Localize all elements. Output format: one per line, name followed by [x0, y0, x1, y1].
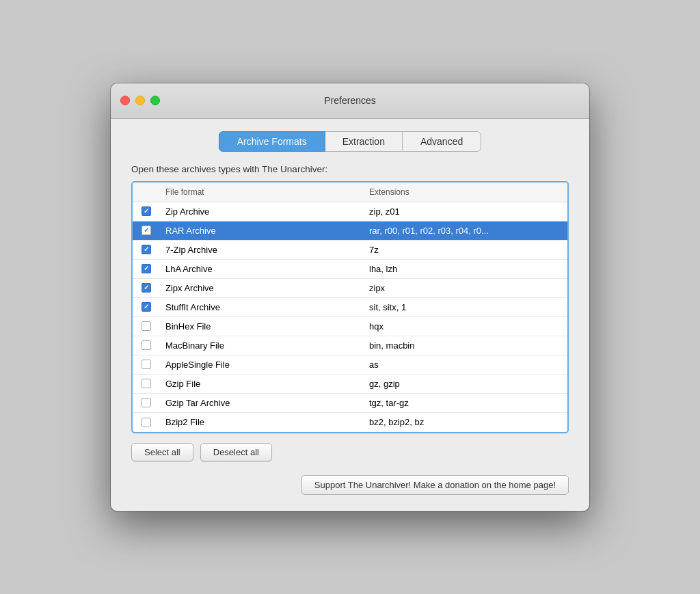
window-title: Preferences — [324, 95, 375, 106]
file-name: Gzip Tar Archive — [160, 395, 364, 411]
deselect-all-button[interactable]: Deselect all — [200, 443, 272, 461]
file-list-container: File format Extensions Zip Archivezip, z… — [131, 181, 569, 433]
file-extensions: zip, z01 — [364, 204, 567, 219]
file-name: RAR Archive — [160, 223, 364, 239]
preferences-window: Preferences Archive Formats Extraction A… — [111, 83, 589, 511]
checkbox-cell — [133, 245, 160, 254]
checkbox-cell — [133, 264, 160, 273]
file-name: StuffIt Archive — [160, 299, 364, 315]
file-extensions: zipx — [364, 280, 567, 296]
file-extensions: 7z — [364, 242, 567, 258]
checkbox-cell — [133, 418, 160, 427]
file-extensions: tgz, tar-gz — [364, 395, 567, 411]
checkbox-cell — [133, 360, 160, 369]
file-extensions: gz, gzip — [364, 376, 567, 392]
table-header: File format Extensions — [133, 183, 567, 202]
checkbox-cell — [133, 226, 160, 235]
file-checkbox[interactable] — [142, 283, 151, 293]
file-name: Gzip File — [160, 376, 364, 392]
table-row[interactable]: Bzip2 Filebz2, bzip2, bz — [133, 413, 567, 432]
tab-archive-formats[interactable]: Archive Formats — [219, 131, 325, 152]
checkbox-cell — [133, 398, 160, 407]
file-checkbox[interactable] — [142, 379, 151, 388]
table-row[interactable]: LhA Archivelha, lzh — [133, 260, 567, 279]
file-extensions: lha, lzh — [364, 261, 567, 277]
tab-bar: Archive Formats Extraction Advanced — [131, 131, 569, 152]
checkbox-cell — [133, 379, 160, 388]
table-row[interactable]: StuffIt Archivesit, sitx, 1 — [133, 298, 567, 317]
file-checkbox[interactable] — [142, 302, 151, 312]
file-name: LhA Archive — [160, 261, 364, 277]
titlebar: Preferences — [111, 83, 589, 119]
file-name: AppleSingle File — [160, 357, 364, 373]
file-name: Zip Archive — [160, 204, 364, 219]
checkbox-cell — [133, 283, 160, 293]
file-checkbox[interactable] — [142, 418, 151, 427]
donation-button[interactable]: Support The Unarchiver! Make a donation … — [301, 475, 569, 495]
file-name: BinHex File — [160, 319, 364, 334]
file-checkbox[interactable] — [142, 245, 151, 254]
tab-advanced[interactable]: Advanced — [402, 131, 481, 152]
table-row[interactable]: Gzip Tar Archivetgz, tar-gz — [133, 394, 567, 413]
file-checkbox[interactable] — [142, 264, 151, 273]
table-row[interactable]: RAR Archiverar, r00, r01, r02, r03, r04,… — [133, 221, 567, 241]
file-extensions: rar, r00, r01, r02, r03, r04, r0... — [364, 223, 567, 239]
file-name: MacBinary File — [160, 338, 364, 353]
file-extensions: sit, sitx, 1 — [364, 299, 567, 315]
table-row[interactable]: Gzip Filegz, gzip — [133, 375, 567, 394]
file-rows: Zip Archivezip, z01RAR Archiverar, r00, … — [133, 202, 567, 432]
file-name: 7-Zip Archive — [160, 242, 364, 258]
table-row[interactable]: Zip Archivezip, z01 — [133, 202, 567, 221]
traffic-lights — [120, 96, 160, 105]
table-row[interactable]: AppleSingle Fileas — [133, 355, 567, 375]
file-checkbox[interactable] — [142, 398, 151, 407]
action-buttons: Select all Deselect all — [131, 443, 569, 461]
select-all-button[interactable]: Select all — [131, 443, 193, 461]
header-checkbox-col — [133, 185, 160, 199]
table-row[interactable]: Zipx Archivezipx — [133, 279, 567, 298]
file-extensions: hqx — [364, 319, 567, 334]
checkbox-cell — [133, 321, 160, 331]
description-text: Open these archives types with The Unarc… — [131, 164, 569, 174]
checkbox-cell — [133, 302, 160, 312]
file-extensions: bin, macbin — [364, 338, 567, 353]
file-name: Bzip2 File — [160, 414, 364, 430]
file-extensions: as — [364, 357, 567, 373]
minimize-button[interactable] — [135, 96, 145, 105]
table-row[interactable]: 7-Zip Archive7z — [133, 241, 567, 260]
table-row[interactable]: BinHex Filehqx — [133, 317, 567, 336]
table-row[interactable]: MacBinary Filebin, macbin — [133, 336, 567, 355]
file-checkbox[interactable] — [142, 226, 151, 235]
header-format-col: File format — [160, 185, 364, 199]
maximize-button[interactable] — [150, 96, 160, 105]
close-button[interactable] — [120, 96, 130, 105]
checkbox-cell — [133, 206, 160, 216]
file-checkbox[interactable] — [142, 206, 151, 216]
header-extensions-col: Extensions — [364, 185, 567, 199]
tab-extraction[interactable]: Extraction — [324, 131, 403, 152]
checkbox-cell — [133, 340, 160, 350]
file-checkbox[interactable] — [142, 340, 151, 350]
file-checkbox[interactable] — [142, 360, 151, 369]
file-checkbox[interactable] — [142, 321, 151, 331]
donation-row: Support The Unarchiver! Make a donation … — [131, 475, 569, 495]
content-area: Archive Formats Extraction Advanced Open… — [111, 119, 589, 511]
file-name: Zipx Archive — [160, 280, 364, 296]
file-extensions: bz2, bzip2, bz — [364, 414, 567, 430]
